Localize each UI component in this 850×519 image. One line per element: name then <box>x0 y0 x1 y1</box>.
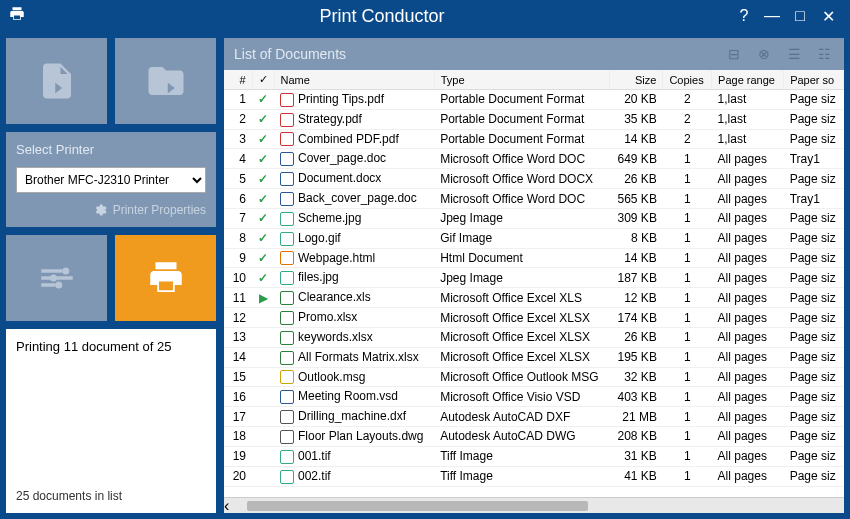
col-num[interactable]: # <box>224 70 252 90</box>
table-row[interactable]: 9✓Webpage.htmlHtml Document14 KB1All pag… <box>224 248 844 268</box>
file-icon <box>280 172 294 186</box>
row-size: 649 KB <box>610 149 663 169</box>
minimize-button[interactable]: — <box>758 4 786 28</box>
row-check[interactable]: ✓ <box>252 189 274 209</box>
row-num: 9 <box>224 248 252 268</box>
row-check[interactable] <box>252 446 274 466</box>
col-name[interactable]: Name <box>274 70 434 90</box>
table-row[interactable]: 1✓Printing Tips.pdfPortable Document For… <box>224 90 844 110</box>
settings-button[interactable] <box>6 235 107 321</box>
row-check[interactable]: ✓ <box>252 248 274 268</box>
row-num: 5 <box>224 169 252 189</box>
table-row[interactable]: 15Outlook.msgMicrosoft Office Outlook MS… <box>224 367 844 387</box>
row-size: 14 KB <box>610 248 663 268</box>
table-row[interactable]: 16Meeting Room.vsdMicrosoft Office Visio… <box>224 387 844 407</box>
col-src[interactable]: Paper so <box>784 70 844 90</box>
col-type[interactable]: Type <box>434 70 610 90</box>
row-type: Microsoft Office Outlook MSG <box>434 367 610 387</box>
row-check[interactable]: ✓ <box>252 208 274 228</box>
table-row[interactable]: 18Floor Plan Layouts.dwgAutodesk AutoCAD… <box>224 427 844 447</box>
table-row[interactable]: 5✓Document.docxMicrosoft Office Word DOC… <box>224 169 844 189</box>
table-row[interactable]: 12Promo.xlsxMicrosoft Office Excel XLSX1… <box>224 308 844 328</box>
table-row[interactable]: 4✓Cover_page.docMicrosoft Office Word DO… <box>224 149 844 169</box>
row-check[interactable]: ✓ <box>252 109 274 129</box>
table-row[interactable]: 3✓Combined PDF.pdfPortable Document Form… <box>224 129 844 149</box>
row-copies: 1 <box>663 208 712 228</box>
row-size: 403 KB <box>610 387 663 407</box>
document-table[interactable]: #✓NameTypeSizeCopiesPage rangePaper so 1… <box>224 70 844 497</box>
row-range: 1,last <box>712 109 784 129</box>
row-num: 17 <box>224 407 252 427</box>
print-button[interactable] <box>115 235 216 321</box>
table-row[interactable]: 6✓Back_cover_page.docMicrosoft Office Wo… <box>224 189 844 209</box>
table-row[interactable]: 20002.tifTiff Image41 KB1All pagesPage s… <box>224 466 844 486</box>
row-check[interactable]: ✓ <box>252 268 274 288</box>
row-check[interactable] <box>252 407 274 427</box>
file-icon <box>280 152 294 166</box>
row-src: Page siz <box>784 347 844 367</box>
table-row[interactable]: 11▶Clearance.xlsMicrosoft Office Excel X… <box>224 288 844 308</box>
table-row[interactable]: 7✓Scheme.jpgJpeg Image309 KB1All pagesPa… <box>224 208 844 228</box>
row-num: 20 <box>224 466 252 486</box>
row-copies: 1 <box>663 387 712 407</box>
table-row[interactable]: 2✓Strategy.pdfPortable Document Format35… <box>224 109 844 129</box>
row-range: All pages <box>712 427 784 447</box>
row-check[interactable]: ✓ <box>252 90 274 110</box>
file-icon <box>280 410 294 424</box>
row-check[interactable] <box>252 367 274 387</box>
status-line: Printing 11 document of 25 <box>16 339 206 354</box>
row-type: Microsoft Office Excel XLSX <box>434 327 610 347</box>
table-row[interactable]: 14All Formats Matrix.xlsxMicrosoft Offic… <box>224 347 844 367</box>
row-check[interactable] <box>252 347 274 367</box>
add-file-button[interactable] <box>6 38 107 124</box>
row-check[interactable]: ▶ <box>252 288 274 308</box>
list-action-2-icon[interactable]: ⊗ <box>754 46 774 62</box>
table-row[interactable]: 19001.tifTiff Image31 KB1All pagesPage s… <box>224 446 844 466</box>
row-copies: 1 <box>663 268 712 288</box>
row-size: 208 KB <box>610 427 663 447</box>
row-name: Scheme.jpg <box>274 208 434 228</box>
table-row[interactable]: 13keywords.xlsxMicrosoft Office Excel XL… <box>224 327 844 347</box>
row-type: Tiff Image <box>434 466 610 486</box>
list-title: List of Documents <box>234 46 724 62</box>
table-row[interactable]: 8✓Logo.gifGif Image8 KB1All pagesPage si… <box>224 228 844 248</box>
row-check[interactable]: ✓ <box>252 169 274 189</box>
printer-properties-link[interactable]: Printer Properties <box>16 203 206 217</box>
row-check[interactable]: ✓ <box>252 129 274 149</box>
row-check[interactable]: ✓ <box>252 149 274 169</box>
col-size[interactable]: Size <box>610 70 663 90</box>
row-num: 2 <box>224 109 252 129</box>
row-check[interactable] <box>252 308 274 328</box>
col-copies[interactable]: Copies <box>663 70 712 90</box>
row-copies: 1 <box>663 169 712 189</box>
col-check[interactable]: ✓ <box>252 70 274 90</box>
row-src: Tray1 <box>784 189 844 209</box>
horizontal-scrollbar[interactable]: ‹ <box>224 497 844 513</box>
row-src: Page siz <box>784 248 844 268</box>
row-type: Microsoft Office Word DOC <box>434 149 610 169</box>
row-type: Portable Document Format <box>434 109 610 129</box>
row-check[interactable] <box>252 466 274 486</box>
close-button[interactable]: ✕ <box>814 4 842 28</box>
list-action-1-icon[interactable]: ⊟ <box>724 46 744 62</box>
list-action-4-icon[interactable]: ☷ <box>814 46 834 62</box>
table-row[interactable]: 10✓files.jpgJpeg Image187 KB1All pagesPa… <box>224 268 844 288</box>
table-row[interactable]: 17Drilling_machine.dxfAutodesk AutoCAD D… <box>224 407 844 427</box>
row-type: Autodesk AutoCAD DWG <box>434 427 610 447</box>
row-num: 1 <box>224 90 252 110</box>
maximize-button[interactable]: □ <box>786 4 814 28</box>
row-check[interactable]: ✓ <box>252 228 274 248</box>
row-size: 35 KB <box>610 109 663 129</box>
file-icon <box>280 271 294 285</box>
printer-select[interactable]: Brother MFC-J2310 Printer <box>16 167 206 193</box>
add-folder-button[interactable] <box>115 38 216 124</box>
col-range[interactable]: Page range <box>712 70 784 90</box>
list-action-3-icon[interactable]: ☰ <box>784 46 804 62</box>
row-name: Outlook.msg <box>274 367 434 387</box>
file-icon <box>280 430 294 444</box>
help-button[interactable]: ? <box>730 4 758 28</box>
row-check[interactable] <box>252 387 274 407</box>
row-num: 8 <box>224 228 252 248</box>
row-check[interactable] <box>252 327 274 347</box>
row-check[interactable] <box>252 427 274 447</box>
